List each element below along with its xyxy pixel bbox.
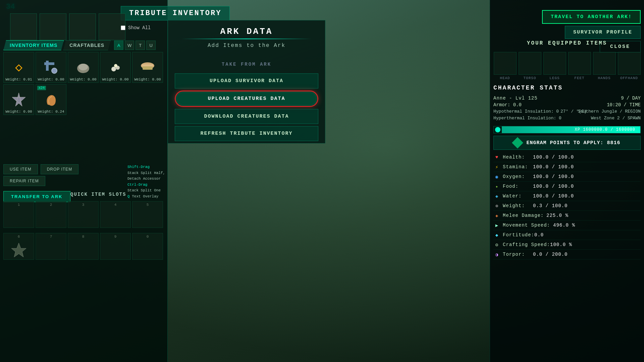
eq-slot-offhand-label: OFFHAND (620, 76, 638, 80)
inv-item-3[interactable]: Weight: 0.00 (68, 52, 99, 83)
quick-slot-3[interactable]: 3 (68, 201, 99, 228)
quick-slot-8[interactable]: 8 (68, 233, 99, 260)
stat-movement: ▶ Movement Speed: 496.0 % (493, 221, 641, 230)
shift-drag-label: Shift-Drag (127, 165, 150, 169)
quick-slots-row1: 1 2 3 4 5 (3, 201, 163, 228)
take-from-ark-btn[interactable]: TAKE FROM ARK (175, 57, 318, 71)
item-weight-1: Weight: 0.01 (4, 77, 34, 81)
shift-drag-info: Shift-Drag Stack Split Half, Detach Acce… (127, 164, 165, 200)
stat-water: ◈ Water: 100.0 / 100.0 (493, 191, 641, 201)
item-icon-6 (10, 90, 28, 109)
movement-icon: ▶ (493, 222, 500, 229)
transfer-to-ark-btn[interactable]: TRANSFER TO ARK (3, 191, 70, 202)
show-all-label: Show All (128, 25, 151, 31)
filter-a[interactable]: A (114, 41, 123, 50)
eq-slot-torso-label: TORSO (523, 76, 536, 80)
item-weight-4: Weight: 0.00 (100, 77, 130, 81)
stat-weight: ⊕ Weight: 0.3 / 100.0 (493, 201, 641, 211)
water-value: 100.0 / 100.0 (533, 193, 574, 199)
item-badge-7: x24 (37, 86, 46, 90)
eq-slot-head-label: HEAD (500, 76, 510, 80)
quick-slot-2[interactable]: 2 (36, 201, 66, 228)
quick-slot-5[interactable]: 5 (132, 201, 163, 228)
stat-health: ♥ Health: 100.0 / 100.0 (493, 153, 641, 162)
use-item-btn[interactable]: USE ITEM (3, 164, 38, 174)
quick-slot-9[interactable]: 9 (100, 233, 131, 260)
inv-item-1[interactable]: ◇ Weight: 0.01 (3, 52, 34, 83)
tab-craftables[interactable]: CRAFTABLES (63, 40, 111, 50)
tribute-title: TRIBUTE INVENTORY (121, 6, 230, 20)
upload-survivor-btn[interactable]: UPLOAD SURVIVOR DATA (175, 73, 318, 88)
svg-rect-1 (44, 62, 54, 65)
eq-slot-head-box[interactable] (494, 52, 517, 75)
torpor-label: Torpor: (503, 252, 533, 257)
filter-w[interactable]: W (125, 41, 134, 50)
center-panel: ARK DATA Add Items to the Ark TAKE FROM … (168, 20, 325, 143)
quick-slots-row2: 6 7 8 9 0 (3, 233, 163, 260)
repair-item-btn[interactable]: REPAIR ITEM (3, 176, 45, 186)
inv-item-4[interactable]: Weight: 0.00 (100, 52, 131, 83)
top-item-slots (10, 13, 125, 40)
engram-text: ENGRAM POINTS TO APPLY: 8816 (526, 140, 620, 146)
svg-rect-0 (46, 61, 49, 71)
oxygen-label: Oxygen: (503, 174, 533, 179)
health-value: 100.0 / 100.0 (533, 155, 574, 160)
quick-slot-6[interactable]: 6 (3, 233, 34, 260)
eq-slot-feet-box[interactable] (568, 52, 591, 75)
eq-slot-torso: TORSO (519, 52, 541, 80)
download-creatures-btn[interactable]: DOWNLOAD CREATURES DATA (175, 109, 318, 124)
filter-t[interactable]: T (136, 41, 145, 50)
inv-item-7[interactable]: x24 Weight: 0.24 (36, 84, 66, 115)
quick-slot-1[interactable]: 1 (3, 201, 34, 228)
melee-icon: ✚ (493, 212, 500, 219)
top-slot-2[interactable] (40, 13, 66, 40)
eq-slot-offhand-box[interactable] (618, 52, 641, 75)
stat-fortitude: ◆ Fortitude: 0.0 (493, 230, 641, 240)
ctrl-drag-detail: Stack Split One (127, 188, 161, 192)
ctrl-drag-label: Ctrl-Drag (127, 183, 147, 187)
health-label: Health: (503, 155, 533, 160)
top-slot-1[interactable] (10, 13, 37, 40)
char-temp: 27° / °(C) (560, 109, 587, 114)
item-icon-2 (42, 58, 60, 76)
water-icon: ◈ (493, 193, 500, 199)
shift-drag-detail2: Detach Accessor (127, 177, 161, 181)
item-weight-6: Weight: 0.00 (4, 110, 34, 114)
item-weight-7: Weight: 0.24 (36, 110, 66, 114)
char-stats-title: CHARACTER STATS (493, 84, 563, 91)
health-icon: ♥ (493, 154, 500, 161)
crafting-label: Crafting Speed: (503, 242, 550, 247)
svg-marker-11 (12, 93, 25, 106)
quick-slot-4[interactable]: 4 (100, 201, 131, 228)
stat-stamina: ⚡ Stamina: 100.0 / 100.0 (493, 162, 641, 172)
survivor-profile-btn[interactable]: SURVIVOR PROFILE (565, 26, 641, 39)
item-weight-2: Weight: 0.00 (36, 77, 66, 81)
eq-slot-torso-box[interactable] (519, 52, 541, 75)
inv-item-6[interactable]: Weight: 0.00 (3, 84, 34, 115)
char-spawn: West Zone 2 / SPAWN (591, 116, 641, 121)
weight-label: Weight: (503, 203, 533, 208)
char-armor: Armor: 0.0 (493, 102, 522, 108)
filter-u[interactable]: U (146, 41, 156, 50)
filter-buttons: A W T U (114, 41, 156, 50)
drop-item-btn[interactable]: DROP ITEM (41, 164, 78, 174)
top-slot-3[interactable] (69, 13, 96, 40)
tab-inventory[interactable]: INVENTORY ITEMS (3, 40, 64, 50)
quick-slot-0[interactable]: 0 (132, 233, 163, 260)
travel-btn[interactable]: TRAVEL TO ANOTHER ARK! (542, 10, 641, 24)
torpor-icon: ◑ (493, 251, 500, 258)
char-hypothermal: Hypothermal Insulation: 0 (493, 109, 559, 114)
stats-list: ♥ Health: 100.0 / 100.0 ⚡ Stamina: 100.0… (493, 153, 641, 259)
eq-slot-legs-box[interactable] (543, 52, 566, 75)
engram-diamond-icon (512, 137, 523, 148)
xp-dot (495, 127, 500, 132)
show-all-checkbox[interactable] (121, 25, 125, 30)
quick-slot-7[interactable]: 7 (36, 233, 66, 260)
refresh-tribute-btn[interactable]: REFRESH TRIBUTE INVENTORY (175, 126, 318, 141)
eq-slot-hands-box[interactable] (593, 52, 616, 75)
inv-item-5[interactable]: Weight: 0.00 (132, 52, 163, 83)
upload-creatures-btn[interactable]: UPLOAD CREATURES DATA (175, 90, 318, 107)
char-name: Anne - Lvl 125 (493, 96, 538, 101)
stat-torpor: ◑ Torpor: 0.0 / 200.0 (493, 250, 641, 259)
inv-item-2[interactable]: Weight: 0.00 (36, 52, 66, 83)
